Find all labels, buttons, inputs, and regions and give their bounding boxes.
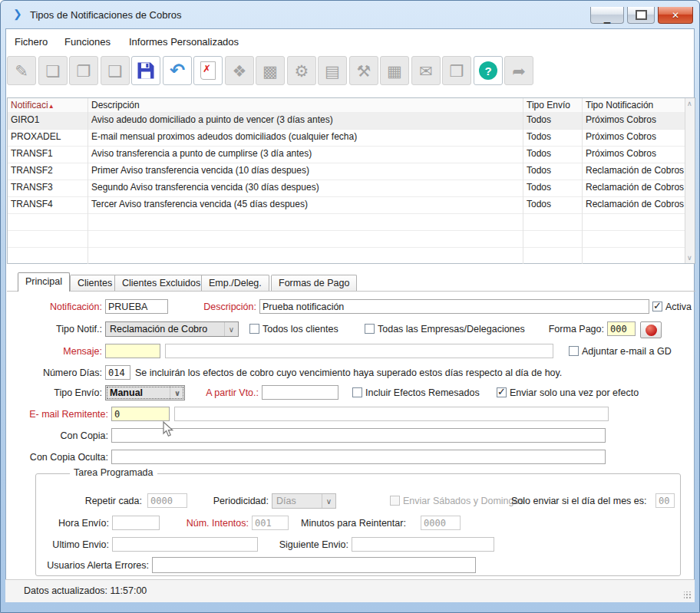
maximize-icon: [636, 10, 647, 20]
adjuntar-gd-checkbox[interactable]: [569, 346, 579, 356]
new-record-icon: ❏: [46, 63, 61, 79]
menu-informes-personalizados[interactable]: Informes Personalizados: [126, 35, 242, 50]
table-row[interactable]: GIRO1Aviso adeudo domiciliado a puinto d…: [8, 112, 685, 130]
cell-envio[interactable]: Todos: [523, 196, 583, 213]
cell-empty: [583, 213, 685, 230]
cell-id[interactable]: TRANSF1: [8, 146, 88, 163]
cell-envio[interactable]: Todos: [523, 112, 583, 129]
cell-id[interactable]: TRANSF3: [8, 180, 88, 196]
cell-notif[interactable]: Reclamación de Cobros: [583, 180, 685, 196]
usuarios-alerta-input[interactable]: [152, 557, 476, 573]
menu-funciones[interactable]: Funciones: [61, 35, 114, 50]
tab-principal[interactable]: Principal: [18, 272, 70, 292]
menu-fichero[interactable]: Fichero: [12, 35, 51, 50]
toolbar-exit-button[interactable]: ➦: [504, 56, 533, 85]
table-row-empty[interactable]: [8, 213, 685, 231]
cell-envio[interactable]: Todos: [523, 163, 583, 180]
usuarios-alerta-label: Usuarios Alerta Errores:: [40, 560, 149, 571]
app-icon: ❯: [13, 8, 22, 20]
ultimo-envio-input: [112, 537, 258, 552]
enviar-una-vez-checkbox[interactable]: [497, 387, 507, 397]
scroll-up-icon[interactable]: ∧: [687, 100, 692, 107]
cell-desc[interactable]: E-mail mensual proximos adeudos domicili…: [88, 129, 523, 146]
toolbar-copy-record-button[interactable]: ❐: [69, 56, 98, 85]
cell-envio[interactable]: Todos: [523, 180, 583, 196]
con-copia-input[interactable]: [111, 428, 606, 443]
toolbar-report-button[interactable]: ▤: [318, 56, 347, 85]
notificacion-input[interactable]: [105, 299, 168, 314]
tab-formas-de-pago[interactable]: Formas de Pago: [271, 275, 357, 291]
numero-dias-input[interactable]: [105, 365, 130, 380]
cell-desc[interactable]: Aviso adeudo domiciliado a puinto de ven…: [88, 112, 523, 129]
column-header-descripcion[interactable]: Descripción: [88, 98, 523, 112]
todas-empresas-checkbox[interactable]: [365, 324, 375, 334]
cell-desc[interactable]: Segundo Aviso transferencia vencida (30 …: [88, 180, 523, 196]
toolbar-window-copy-button[interactable]: ❒: [442, 56, 471, 85]
toolbar-preview-button[interactable]: ▩: [256, 56, 285, 85]
email-remitente-input[interactable]: [111, 407, 170, 421]
cell-desc[interactable]: Primer Aviso transferencia vencida (10 d…: [88, 163, 523, 180]
maximize-button[interactable]: [627, 7, 655, 24]
table-row-empty[interactable]: [8, 247, 685, 264]
cell-id[interactable]: TRANSF4: [8, 196, 88, 213]
tab-emp-deleg[interactable]: Emp./Deleg.: [201, 275, 269, 291]
forma-pago-input[interactable]: [607, 321, 636, 336]
cell-notif[interactable]: Próximos Cobros: [583, 129, 685, 146]
cell-envio[interactable]: Todos: [523, 146, 583, 163]
cell-notif[interactable]: Reclamación de Cobros: [583, 163, 685, 180]
toolbar-edit-record-button[interactable]: ✎: [7, 56, 36, 85]
cell-notif[interactable]: Próximos Cobros: [583, 112, 685, 129]
cell-notif[interactable]: Próximos Cobros: [583, 146, 685, 163]
toolbar-undo-button[interactable]: ↶: [163, 56, 192, 85]
activa-checkbox[interactable]: [652, 302, 662, 311]
con-copia-oculta-input[interactable]: [111, 450, 606, 464]
cell-id[interactable]: GIRO1: [8, 112, 88, 129]
table-row[interactable]: TRANSF4Tercer Aviso transferencia vencid…: [8, 196, 685, 214]
toolbar-org-tree-button[interactable]: ❖: [225, 56, 254, 85]
table-row[interactable]: PROXADELE-mail mensual proximos adeudos …: [8, 129, 685, 147]
toolbar-save-button[interactable]: [131, 56, 160, 85]
toolbar-delete-record-button[interactable]: ❑: [101, 56, 130, 85]
cell-id[interactable]: TRANSF2: [8, 163, 88, 180]
a-partir-vto-input[interactable]: [262, 385, 338, 400]
minimize-button[interactable]: ▁: [590, 7, 624, 24]
cell-envio[interactable]: Todos: [523, 129, 583, 146]
toolbar-calendar-button[interactable]: ▦: [380, 56, 409, 85]
tab-clientes-excluidos[interactable]: Clientes Excluidos: [114, 275, 208, 291]
hora-envio-input[interactable]: [112, 516, 160, 530]
toolbar-stamp-button[interactable]: ⚒: [349, 56, 378, 85]
cell-notif[interactable]: Reclamación de Cobros: [583, 196, 685, 213]
window-title: Tipos de Notificaciones de Cobros: [30, 9, 182, 21]
numero-dias-note: Se incluirán los efectos de cobro cuyo v…: [135, 367, 611, 378]
resize-grip[interactable]: [684, 592, 692, 599]
cell-desc[interactable]: Tercer Aviso transferencia vencida (45 d…: [88, 196, 523, 213]
mensaje-label: Mensaje:: [31, 346, 102, 357]
toolbar-help-button[interactable]: ?: [474, 56, 503, 85]
table-row[interactable]: TRANSF2Primer Aviso transferencia vencid…: [8, 163, 685, 180]
mensaje-code-input[interactable]: [105, 344, 160, 358]
tipo-envio-select[interactable]: Manual ∨: [105, 385, 185, 400]
scroll-down-icon[interactable]: ∨: [687, 254, 692, 262]
toolbar-process-button[interactable]: ⚙: [287, 56, 316, 85]
cell-desc[interactable]: Aviso transferencia a punto de cumplirse…: [88, 146, 523, 163]
todos-clientes-checkbox[interactable]: [249, 324, 259, 334]
table-row[interactable]: TRANSF3Segundo Aviso transferencia venci…: [8, 180, 685, 197]
incluir-remesados-checkbox[interactable]: [352, 387, 362, 397]
tab-clientes[interactable]: Clientes: [70, 275, 120, 291]
tipo-notif-select[interactable]: Reclamación de Cobro ∨: [105, 321, 239, 337]
column-header-tipo-envio[interactable]: Tipo Envío: [523, 98, 583, 112]
descripcion-input[interactable]: [259, 299, 649, 314]
num-intentos-input[interactable]: [252, 516, 289, 530]
grid-scrollbar[interactable]: ∧ ∨: [685, 98, 695, 263]
toolbar-new-record-button[interactable]: ❏: [38, 56, 68, 85]
solo-dia-mes-input[interactable]: [655, 493, 675, 508]
table-row-empty[interactable]: [8, 230, 685, 248]
toolbar-send-mail-button[interactable]: ✉: [411, 56, 441, 85]
close-button[interactable]: ✕: [658, 7, 693, 24]
forma-pago-lookup-button[interactable]: [640, 321, 662, 338]
cell-id[interactable]: PROXADEL: [8, 129, 88, 146]
column-header-tipo-notificacion[interactable]: Tipo Notificación: [583, 98, 685, 112]
column-header-notificacion[interactable]: Notificaci▲: [8, 98, 88, 112]
table-row[interactable]: TRANSF1Aviso transferencia a punto de cu…: [8, 146, 685, 163]
toolbar-cancel-button[interactable]: ✗: [193, 56, 223, 85]
